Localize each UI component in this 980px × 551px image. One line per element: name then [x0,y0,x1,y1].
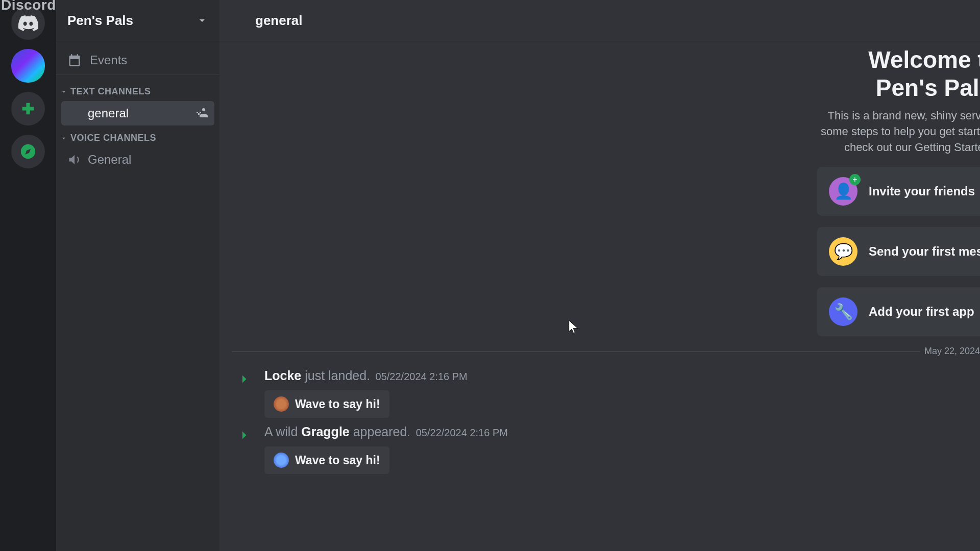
category-text-channels[interactable]: TEXT CHANNELS [56,80,219,100]
calendar-icon [67,53,82,67]
wave-emoji-icon [274,453,289,468]
wave-button-label: Wave to say hi! [295,454,380,467]
welcome-subtitle: This is a brand new, shiny server. Here … [817,108,980,155]
server-name: Pen's Pals [67,13,133,29]
wave-button-label: Wave to say hi! [295,397,380,411]
speaker-icon [67,153,82,167]
send-message-icon: 💬 [829,237,857,266]
welcome-card-label: Invite your friends [869,184,975,198]
system-message-text: A wild Graggle appeared. [264,424,410,439]
category-label: VOICE CHANNELS [70,133,156,143]
join-arrow-icon [235,428,250,443]
wave-button[interactable]: Wave to say hi! [264,446,389,474]
welcome-card-app[interactable]: 🔧 Add your first app [817,287,980,336]
message-timestamp: 05/22/2024 2:16 PM [416,427,508,438]
invite-people-icon[interactable] [196,107,208,119]
system-message: Locke just landed. 05/22/2024 2:16 PM Wa… [235,368,468,418]
channel-name: General [88,153,208,167]
main: general Welcome to Pen's Pals This is a … [219,0,980,551]
channel-name: general [88,106,190,120]
plus-icon [19,100,37,117]
wave-emoji-icon [274,396,289,412]
channel-general-text[interactable]: general [61,101,214,126]
date-divider-label: May 22, 2024 [920,346,980,357]
server-header[interactable]: Pen's Pals [56,0,219,41]
discover-servers-button[interactable] [11,135,45,168]
add-app-icon: 🔧 [829,297,857,326]
welcome-card-message[interactable]: 💬 Send your first message [817,227,980,276]
hash-icon [67,106,82,120]
channel-general-voice[interactable]: General [61,147,214,172]
mouse-cursor [568,320,579,337]
chevron-down-icon [60,88,67,95]
date-divider: May 22, 2024 [232,351,980,352]
chevron-down-icon [196,14,208,27]
welcome-card-invite[interactable]: 👤 Invite your friends [817,167,980,216]
server-icon-pens-pals[interactable] [11,49,45,83]
category-label: TEXT CHANNELS [70,86,151,97]
hash-icon [231,12,248,29]
events-label: Events [90,53,127,67]
discord-logo-icon [18,13,38,33]
channel-topbar: general [219,0,980,41]
invite-friends-icon: 👤 [829,177,857,206]
system-message-text: Locke just landed. [264,368,370,383]
wave-button[interactable]: Wave to say hi! [264,390,389,418]
username: Locke [264,368,301,383]
welcome-panel: Welcome to Pen's Pals This is a brand ne… [817,46,980,336]
channel-title: general [255,13,303,29]
join-arrow-icon [235,371,250,387]
username: Graggle [301,424,349,439]
app-wordmark: Discord [1,0,56,13]
messages-area: Welcome to Pen's Pals This is a brand ne… [219,41,980,551]
events-link[interactable]: Events [56,46,219,75]
server-rail: Discord [0,0,56,551]
message-timestamp: 05/22/2024 2:16 PM [376,371,468,382]
welcome-card-label: Add your first app [869,305,974,319]
add-server-button[interactable] [11,92,45,126]
channel-sidebar: Pen's Pals Events TEXT CHANNELS general … [56,0,219,551]
system-message: A wild Graggle appeared. 05/22/2024 2:16… [235,424,508,474]
compass-icon [19,143,37,160]
welcome-title: Welcome to Pen's Pals [817,46,980,102]
chevron-down-icon [60,135,67,142]
category-voice-channels[interactable]: VOICE CHANNELS [56,127,219,146]
welcome-card-label: Send your first message [869,244,980,259]
